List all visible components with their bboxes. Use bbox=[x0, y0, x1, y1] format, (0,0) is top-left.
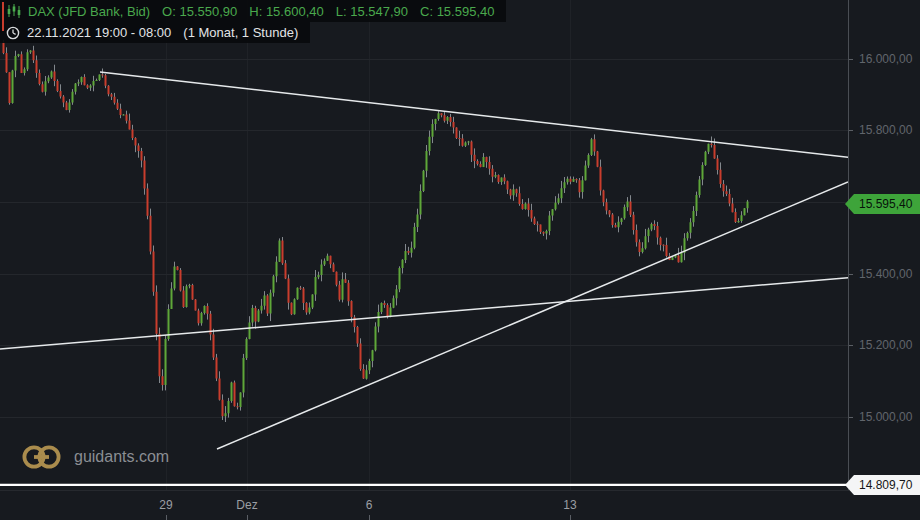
chart-plot-area[interactable] bbox=[0, 0, 848, 490]
ascending-support-steep-line[interactable] bbox=[217, 182, 848, 449]
clock-icon bbox=[6, 26, 20, 40]
price-tick bbox=[849, 274, 853, 275]
time-tick bbox=[369, 515, 370, 520]
price-tick bbox=[849, 130, 853, 131]
support-level-value: 14.809,70 bbox=[859, 478, 912, 492]
chart-timeframe: (1 Monat, 1 Stunde) bbox=[183, 25, 298, 40]
ascending-support-shallow-line[interactable] bbox=[0, 278, 848, 349]
chart-legend: DAX (JFD Bank, Bid) O: 15.550,90 H: 15.6… bbox=[0, 0, 506, 43]
time-tick-label: 29 bbox=[159, 498, 172, 512]
candle-timestamp: 22.11.2021 19:00 - 08:00 bbox=[27, 25, 171, 40]
gridlines bbox=[0, 0, 848, 490]
descending-resistance-line[interactable] bbox=[100, 72, 848, 157]
price-tick-label: 15.800,00 bbox=[859, 123, 912, 137]
price-axis[interactable]: 16.000,0015.800,0015.600,0015.400,0015.2… bbox=[848, 0, 920, 490]
last-price-badge: 15.595,40 bbox=[845, 194, 920, 214]
support-level-badge: 14.809,70 bbox=[845, 475, 920, 495]
guidants-watermark-text: guidants.com bbox=[74, 448, 169, 466]
price-tick-label: 15.400,00 bbox=[859, 267, 912, 281]
time-tick-label: Dez bbox=[236, 498, 257, 512]
candlestick-chart[interactable] bbox=[0, 0, 848, 490]
price-tick bbox=[849, 417, 853, 418]
guidants-logo: guidants.com bbox=[20, 442, 169, 472]
instrument-name: DAX (JFD Bank, Bid) bbox=[28, 4, 150, 19]
time-tick bbox=[247, 515, 248, 520]
price-tick bbox=[849, 345, 853, 346]
price-tick bbox=[849, 59, 853, 60]
time-tick-label: 6 bbox=[366, 498, 373, 512]
open-value: O: 15.550,90 bbox=[162, 4, 237, 19]
time-tick bbox=[166, 515, 167, 520]
last-price-value: 15.595,40 bbox=[859, 197, 912, 211]
price-tick-label: 15.000,00 bbox=[859, 410, 912, 424]
time-axis[interactable]: 29Dez613 bbox=[0, 490, 920, 520]
candles bbox=[3, 40, 749, 422]
low-value: L: 15.547,90 bbox=[336, 4, 408, 19]
price-tick-label: 15.200,00 bbox=[859, 338, 912, 352]
trading-chart-window: 16.000,0015.800,0015.600,0015.400,0015.2… bbox=[0, 0, 920, 520]
candlestick-chart-type-icon bbox=[6, 3, 22, 19]
instrument-row: DAX (JFD Bank, Bid) O: 15.550,90 H: 15.6… bbox=[0, 0, 506, 22]
time-tick bbox=[570, 515, 571, 520]
guidants-logo-icon bbox=[20, 442, 62, 472]
close-value: C: 15.595,40 bbox=[420, 4, 494, 19]
price-tick-label: 16.000,00 bbox=[859, 52, 912, 66]
edge-candle-wick bbox=[2, 2, 4, 31]
timestamp-row: 22.11.2021 19:00 - 08:00 (1 Monat, 1 Stu… bbox=[0, 22, 310, 43]
time-tick-label: 13 bbox=[563, 498, 576, 512]
high-value: H: 15.600,40 bbox=[249, 4, 323, 19]
